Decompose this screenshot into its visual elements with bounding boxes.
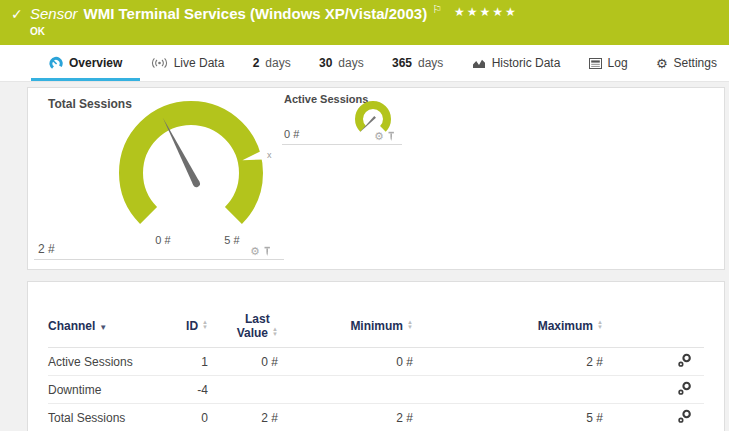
- tab-overview-label: Overview: [69, 56, 122, 70]
- widget-pin-icon[interactable]: [263, 246, 272, 257]
- historic-chart-icon: [472, 57, 486, 69]
- gauge-marker-x: x: [267, 150, 272, 160]
- cell-maximum: 5 #: [413, 411, 603, 425]
- sensor-title: WMI Terminal Services (Windows XP/Vista/…: [84, 5, 428, 22]
- cell-id: 1: [178, 355, 208, 369]
- tab-live-data[interactable]: Live Data: [147, 45, 229, 81]
- widget-divider: [34, 259, 284, 260]
- tab-365-days[interactable]: 365 days: [388, 45, 447, 81]
- gauge-scale-max-label: 5 #: [212, 234, 252, 246]
- overview-gauges-panel: Total Sessions x 0 # 5 # 2 # ⚙ Active Se…: [27, 87, 725, 270]
- channel-settings-gears-icon[interactable]: [677, 381, 692, 396]
- status-ok-check-icon: ✓: [11, 6, 23, 22]
- settings-gear-icon: ⚙: [656, 57, 668, 70]
- tab-2-days-unit: days: [265, 56, 290, 70]
- tab-settings[interactable]: ⚙ Settings: [652, 45, 721, 81]
- widget-gear-icon[interactable]: ⚙: [250, 246, 260, 257]
- widget-pin-icon[interactable]: [387, 131, 396, 142]
- sensor-kind-label: Sensor: [30, 5, 78, 22]
- col-header-id[interactable]: ID▲▼: [178, 319, 208, 333]
- tab-historic-data-label: Historic Data: [492, 56, 561, 70]
- col-header-maximum[interactable]: Maximum▲▼: [413, 319, 603, 333]
- tab-2-days[interactable]: 2 days: [249, 45, 295, 81]
- tab-365-days-number: 365: [392, 56, 412, 70]
- active-sessions-current-value: 0 #: [284, 128, 299, 140]
- col-header-channel[interactable]: Channel▼: [48, 319, 178, 333]
- tab-30-days[interactable]: 30 days: [315, 45, 368, 81]
- cell-last-value: 0 #: [208, 355, 278, 369]
- cell-minimum: 2 #: [278, 411, 413, 425]
- flag-icon[interactable]: ⚐: [432, 3, 442, 15]
- table-row[interactable]: Downtime -4: [48, 376, 704, 404]
- tab-settings-label: Settings: [674, 56, 717, 70]
- tab-log-label: Log: [608, 56, 628, 70]
- widget-toolbar: ⚙: [250, 246, 272, 257]
- channel-table-panel: Channel▼ ID▲▼ Last Value▲▼ Minimum▲▼ Max…: [27, 281, 725, 431]
- gauge-scale-min-label: 0 #: [143, 234, 183, 246]
- tab-365-days-unit: days: [418, 56, 443, 70]
- col-header-last-value[interactable]: Last Value▲▼: [208, 312, 278, 340]
- sort-icon: ▲▼: [272, 327, 278, 337]
- table-row[interactable]: Total Sessions 0 2 # 2 # 5 #: [48, 404, 704, 431]
- tab-live-data-label: Live Data: [174, 56, 225, 70]
- gauge-icon: [49, 56, 63, 70]
- sort-icon: ▲▼: [407, 320, 413, 330]
- log-icon: [589, 58, 602, 69]
- total-sessions-current-value: 2 #: [38, 242, 55, 256]
- col-header-minimum[interactable]: Minimum▲▼: [278, 319, 413, 333]
- cell-channel: Active Sessions: [48, 355, 178, 369]
- cell-id: 0: [178, 411, 208, 425]
- total-sessions-gauge: x: [91, 88, 291, 258]
- cell-minimum: 0 #: [278, 355, 413, 369]
- col-header-channel-label: Channel: [48, 319, 95, 333]
- sensor-header: ✓ SensorWMI Terminal Services (Windows X…: [0, 0, 729, 45]
- widget-divider: [282, 144, 402, 145]
- sort-icon: ▲▼: [597, 320, 603, 330]
- live-signal-icon: [151, 57, 168, 69]
- tab-30-days-unit: days: [338, 56, 363, 70]
- tab-log[interactable]: Log: [585, 45, 632, 81]
- tab-bar: Overview Live Data 2 days 30 days 365 da…: [0, 45, 729, 82]
- priority-stars[interactable]: ★★★★★: [454, 5, 518, 19]
- tab-30-days-number: 30: [319, 56, 332, 70]
- cell-maximum: 2 #: [413, 355, 603, 369]
- col-header-value-label: Value: [237, 326, 268, 340]
- cell-channel: Total Sessions: [48, 411, 178, 425]
- widget-toolbar: ⚙: [374, 131, 396, 142]
- channel-settings-gears-icon[interactable]: [677, 353, 692, 368]
- col-header-minimum-label: Minimum: [350, 319, 403, 333]
- cell-channel: Downtime: [48, 383, 178, 397]
- col-header-last-label: Last: [245, 312, 270, 326]
- tab-2-days-number: 2: [253, 56, 260, 70]
- sensor-status-text: OK: [30, 26, 45, 37]
- tab-overview[interactable]: Overview: [45, 45, 126, 81]
- tab-historic-data[interactable]: Historic Data: [468, 45, 565, 81]
- col-header-id-label: ID: [186, 319, 198, 333]
- cell-last-value: 2 #: [208, 411, 278, 425]
- cell-id: -4: [178, 383, 208, 397]
- col-header-maximum-label: Maximum: [538, 319, 593, 333]
- channel-settings-gears-icon[interactable]: [677, 409, 692, 424]
- widget-gear-icon[interactable]: ⚙: [374, 131, 384, 142]
- table-row[interactable]: Active Sessions 1 0 # 0 # 2 #: [48, 348, 704, 376]
- table-header-row: Channel▼ ID▲▼ Last Value▲▼ Minimum▲▼ Max…: [48, 304, 704, 348]
- sort-icon: ▲▼: [202, 320, 208, 330]
- sort-desc-icon: ▼: [99, 323, 107, 332]
